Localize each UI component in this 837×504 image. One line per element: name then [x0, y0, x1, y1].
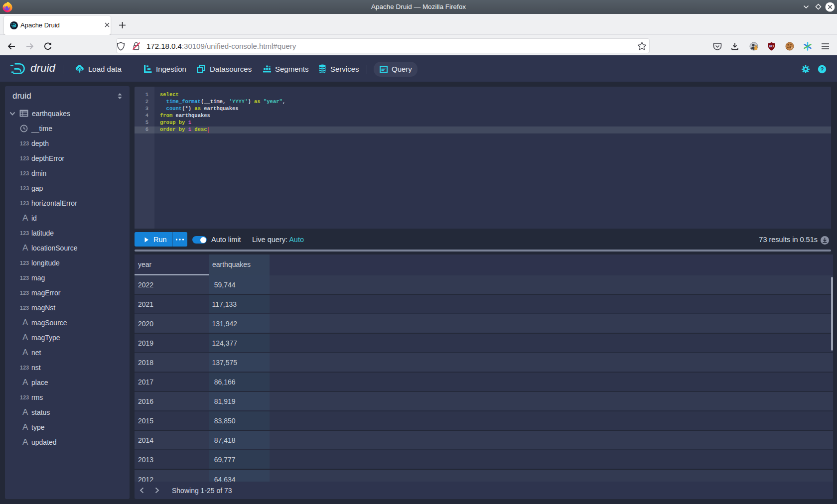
svg-text:?: ? — [821, 66, 824, 72]
svg-text:uO: uO — [769, 44, 774, 48]
